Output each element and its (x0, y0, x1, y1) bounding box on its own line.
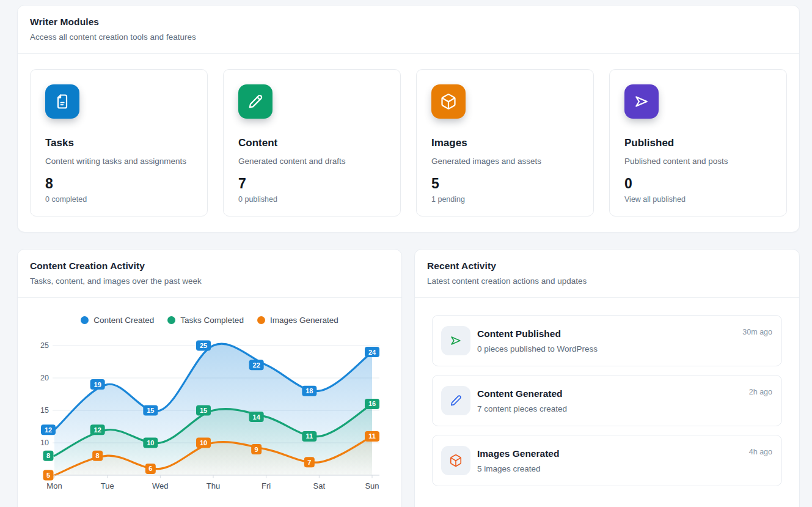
svg-text:10: 10 (40, 439, 49, 447)
card-footnote: 1 pending (431, 195, 579, 204)
pencil-icon (238, 84, 272, 119)
svg-text:14: 14 (253, 413, 261, 421)
module-card-images[interactable]: Images Generated images and assets 5 1 p… (416, 69, 594, 216)
writer-modules-panel: Writer Modules Access all content creati… (17, 5, 800, 232)
pencil-icon (441, 386, 470, 415)
svg-text:19: 19 (94, 381, 101, 388)
svg-text:Sun: Sun (365, 481, 379, 490)
activity-text: Images Generated 5 images created (477, 448, 749, 473)
legend-dot (167, 316, 175, 324)
activity-timestamp: 4h ago (749, 448, 772, 456)
svg-text:Fri: Fri (262, 481, 271, 490)
svg-text:7: 7 (307, 459, 311, 466)
card-footnote: View all published (624, 195, 772, 204)
card-description: Content writing tasks and assignments (45, 157, 192, 166)
legend-item[interactable]: Content Created (81, 316, 154, 325)
legend-item[interactable]: Tasks Completed (167, 316, 244, 325)
svg-text:11: 11 (368, 432, 376, 440)
svg-text:15: 15 (147, 407, 154, 414)
svg-text:10: 10 (147, 439, 154, 446)
activity-subtitle: 0 pieces published to WordPress (477, 344, 742, 353)
activity-title: Content Generated (477, 388, 749, 399)
svg-text:Mon: Mon (46, 481, 62, 490)
svg-text:25: 25 (200, 342, 207, 349)
svg-text:12: 12 (45, 426, 52, 434)
card-title: Published (624, 137, 772, 149)
legend-label: Images Generated (270, 316, 338, 325)
svg-text:8: 8 (96, 452, 100, 459)
svg-text:Thu: Thu (207, 481, 220, 490)
legend-label: Tasks Completed (180, 316, 244, 325)
activity-item-content-published[interactable]: Content Published 0 pieces published to … (432, 315, 782, 366)
svg-text:25: 25 (40, 341, 49, 350)
recent-panel-subtitle: Latest content creation actions and upda… (427, 276, 787, 286)
svg-text:Wed: Wed (152, 481, 168, 490)
svg-text:24: 24 (368, 349, 376, 356)
module-card-tasks[interactable]: Tasks Content writing tasks and assignme… (30, 69, 208, 216)
module-cards-row: Tasks Content writing tasks and assignme… (18, 54, 799, 232)
cube-icon (441, 446, 470, 475)
activity-line-chart: 510152025MonTueWedThuFriSatSun1219152522… (24, 331, 397, 496)
bottom-row: Content Creation Activity Tasks, content… (17, 249, 800, 507)
svg-text:15: 15 (200, 407, 207, 414)
chart-area: Content CreatedTasks CompletedImages Gen… (18, 314, 401, 496)
cube-icon (431, 84, 466, 119)
card-title: Tasks (45, 137, 192, 149)
card-count: 5 (431, 176, 579, 192)
legend-label: Content Created (93, 316, 154, 325)
svg-text:6: 6 (148, 465, 152, 472)
legend-dot (257, 316, 265, 324)
activity-list: Content Published 0 pieces published to … (415, 298, 799, 503)
activity-timestamp: 2h ago (749, 388, 772, 396)
activity-timestamp: 30m ago (742, 328, 772, 336)
activity-text: Content Generated 7 content pieces creat… (477, 388, 749, 413)
card-count: 8 (45, 176, 192, 192)
svg-text:11: 11 (306, 432, 313, 440)
activity-item-images-generated[interactable]: Images Generated 5 images created 4h ago (432, 435, 782, 486)
card-description: Published content and posts (624, 157, 772, 166)
card-title: Content (238, 137, 386, 149)
activity-subtitle: 7 content pieces created (477, 404, 749, 413)
chart-legend: Content CreatedTasks CompletedImages Gen… (24, 314, 395, 326)
send-icon (441, 326, 470, 355)
legend-dot (81, 316, 89, 324)
svg-text:12: 12 (94, 426, 101, 434)
chart-panel-title: Content Creation Activity (30, 261, 389, 272)
svg-text:10: 10 (200, 439, 207, 446)
svg-text:8: 8 (46, 452, 50, 459)
svg-text:16: 16 (368, 400, 376, 407)
send-icon (624, 84, 659, 119)
card-description: Generated content and drafts (238, 157, 386, 166)
chart-panel-header: Content Creation Activity Tasks, content… (18, 250, 401, 298)
chart-panel-subtitle: Tasks, content, and images over the past… (30, 276, 389, 286)
activity-title: Images Generated (477, 448, 749, 459)
legend-item[interactable]: Images Generated (257, 316, 338, 325)
card-footnote: 0 published (238, 195, 386, 204)
svg-text:20: 20 (40, 374, 49, 382)
card-description: Generated images and assets (431, 157, 579, 166)
module-card-published[interactable]: Published Published content and posts 0 … (609, 69, 787, 216)
activity-subtitle: 5 images created (477, 464, 749, 473)
recent-panel-title: Recent Activity (427, 261, 787, 272)
card-count: 0 (624, 176, 772, 192)
module-card-content[interactable]: Content Generated content and drafts 7 0… (223, 69, 401, 216)
writer-modules-subtitle: Access all content creation tools and fe… (30, 32, 787, 42)
svg-text:5: 5 (46, 472, 50, 479)
content-creation-activity-panel: Content Creation Activity Tasks, content… (17, 249, 402, 507)
svg-text:Tue: Tue (101, 481, 114, 490)
card-title: Images (431, 137, 579, 149)
activity-title: Content Published (477, 328, 742, 339)
writer-modules-title: Writer Modules (30, 17, 787, 28)
svg-text:18: 18 (305, 387, 313, 394)
svg-text:22: 22 (253, 361, 260, 369)
svg-text:15: 15 (40, 406, 49, 415)
activity-text: Content Published 0 pieces published to … (477, 328, 742, 353)
svg-text:9: 9 (255, 446, 258, 453)
recent-panel-header: Recent Activity Latest content creation … (415, 250, 799, 298)
activity-item-content-generated[interactable]: Content Generated 7 content pieces creat… (432, 375, 782, 426)
card-count: 7 (238, 176, 386, 192)
svg-text:Sat: Sat (313, 481, 326, 490)
recent-activity-panel: Recent Activity Latest content creation … (414, 249, 800, 507)
card-footnote: 0 completed (45, 195, 192, 204)
document-icon (45, 84, 79, 119)
